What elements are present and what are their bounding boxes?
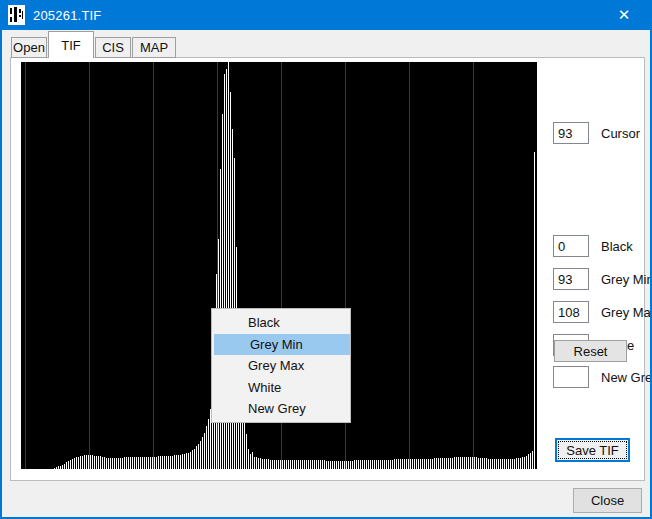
tab-cis[interactable]: CIS [95, 37, 131, 58]
black-input[interactable] [553, 235, 589, 257]
app-window: 205261.TIF ✕ OpenTIFCISMAP BlackGrey Min… [0, 0, 652, 519]
save-tif-button[interactable]: Save TIF [555, 438, 630, 462]
grey-min-input[interactable] [553, 268, 589, 290]
menu-item-new-grey[interactable]: New Grey [212, 398, 350, 420]
window-close-button[interactable]: ✕ [604, 0, 644, 30]
window-title: 205261.TIF [33, 8, 102, 23]
app-icon-glyph [9, 6, 24, 24]
new-grey-input[interactable] [553, 366, 589, 388]
app-icon [8, 5, 25, 25]
tabstrip: OpenTIFCISMAP [11, 31, 177, 58]
grey-min-label: Grey Min [601, 272, 652, 287]
black-label: Black [601, 239, 633, 254]
grey-max-input[interactable] [553, 301, 589, 323]
tab-label: MAP [140, 40, 168, 55]
histogram-context-menu: BlackGrey MinGrey MaxWhiteNew Grey [211, 308, 351, 423]
tab-page-tif: BlackGrey MinGrey MaxWhiteNew Grey Curso… [10, 57, 645, 481]
close-icon: ✕ [618, 6, 631, 24]
menu-item-white[interactable]: White [212, 377, 350, 399]
new-grey-label: New Grey [601, 370, 652, 385]
reset-button[interactable]: Reset [554, 340, 627, 362]
grey-max-label: Grey Max [601, 305, 652, 320]
menu-item-grey-min[interactable]: Grey Min [214, 334, 350, 356]
menu-item-grey-max[interactable]: Grey Max [212, 355, 350, 377]
tab-map[interactable]: MAP [132, 37, 176, 58]
tab-label: Open [13, 40, 45, 55]
close-button[interactable]: Close [573, 488, 642, 513]
cursor-label: Cursor [601, 126, 640, 141]
tab-label: CIS [102, 40, 124, 55]
menu-item-black[interactable]: Black [212, 312, 350, 334]
cursor-input[interactable] [553, 122, 589, 144]
tab-label: TIF [61, 38, 81, 53]
tab-tif[interactable]: TIF [48, 31, 94, 58]
tab-open[interactable]: Open [11, 37, 47, 58]
titlebar: 205261.TIF ✕ [0, 0, 652, 30]
